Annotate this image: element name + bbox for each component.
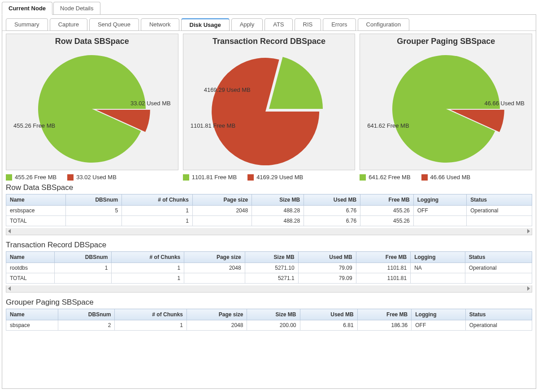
pie-chart-svg	[211, 51, 327, 167]
cell-logging	[411, 273, 465, 284]
col-header[interactable]: DBSnum	[66, 194, 122, 206]
col-header[interactable]: Page size	[187, 309, 247, 320]
content-area[interactable]: Row Data SBSpace455.26 Free MB33.02 Used…	[2, 30, 536, 380]
cell-pagesize	[184, 273, 245, 284]
cell-chunks: 1	[112, 273, 184, 284]
legend-swatch-icon	[6, 174, 12, 181]
outer-tab-current-node[interactable]: Current Node	[2, 2, 52, 15]
col-header[interactable]: Size MB	[245, 252, 298, 263]
cell-freemb: 1101.81	[356, 263, 411, 273]
col-header[interactable]: # of Chunks	[115, 309, 187, 320]
col-header[interactable]: Free MB	[360, 194, 414, 206]
inner-tab-disk-usage[interactable]: Disk Usage	[181, 18, 230, 31]
data-table: NameDBSnum# of ChunksPage sizeSize MBUse…	[6, 251, 532, 284]
col-header[interactable]: DBSnum	[54, 252, 112, 263]
cell-status: Operational	[465, 263, 532, 273]
cell-chunks: 1	[122, 206, 193, 216]
inner-tab-send-queue[interactable]: Send Queue	[89, 18, 139, 31]
inner-tab-network[interactable]: Network	[141, 18, 179, 31]
chart-title: Transaction Record DBSpace	[186, 37, 352, 46]
charts-row: Row Data SBSpace455.26 Free MB33.02 Used…	[6, 34, 532, 170]
col-header[interactable]: Page size	[184, 252, 245, 263]
pie-wrap: 455.26 Free MB33.02 Used MB	[9, 51, 175, 167]
outer-tab-node-details[interactable]: Node Details	[53, 2, 100, 15]
cell-chunks: 1	[115, 320, 187, 331]
cell-sizemb: 488.28	[252, 216, 304, 226]
cell-dbsnum	[66, 216, 122, 226]
col-header[interactable]: Free MB	[357, 309, 412, 320]
pie-used-label: 4169.29 Used MB	[204, 86, 251, 93]
section-title: Grouper Paging SBSpace	[6, 298, 532, 307]
cell-freemb: 455.26	[360, 216, 414, 226]
inner-tab-capture[interactable]: Capture	[50, 18, 87, 31]
inner-tab-ats[interactable]: ATS	[265, 18, 292, 31]
legend-item-free: 641.62 Free MB	[360, 174, 410, 181]
cell-name: ersbspace	[6, 206, 66, 216]
cell-usedmb: 79.09	[298, 273, 356, 284]
pie-free-label: 641.62 Free MB	[367, 122, 409, 129]
inner-tab-summary[interactable]: Summary	[6, 18, 48, 31]
col-header[interactable]: Used MB	[300, 309, 357, 320]
table-row[interactable]: rootdbs1120485271.1079.091101.81NAOperat…	[6, 263, 532, 273]
col-header[interactable]: # of Chunks	[112, 252, 184, 263]
cell-logging: OFF	[413, 206, 467, 216]
col-header[interactable]: Size MB	[247, 309, 300, 320]
col-header[interactable]: Status	[465, 252, 532, 263]
legend-row: 455.26 Free MB33.02 Used MB1101.81 Free …	[6, 174, 532, 181]
col-header[interactable]: Status	[465, 309, 532, 320]
inner-tab-apply[interactable]: Apply	[231, 18, 263, 31]
section-title: Row Data SBSpace	[6, 183, 532, 192]
cell-pagesize: 2048	[187, 320, 247, 331]
table-row[interactable]: ersbspace512048488.286.76455.26OFFOperat…	[6, 206, 532, 216]
legend-text: 455.26 Free MB	[15, 174, 56, 181]
col-header[interactable]: DBSnum	[58, 309, 115, 320]
col-header[interactable]: Name	[6, 194, 66, 206]
cell-dbsnum: 1	[54, 263, 112, 273]
inner-tabs: SummaryCaptureSend QueueNetworkDisk Usag…	[2, 15, 536, 31]
col-header[interactable]: Logging	[412, 309, 466, 320]
legend-item-used: 33.02 Used MB	[67, 174, 117, 181]
legend-text: 1101.81 Free MB	[192, 174, 237, 181]
cell-freemb: 186.36	[357, 320, 412, 331]
legend-item-free: 1101.81 Free MB	[183, 174, 237, 181]
col-header[interactable]: Logging	[413, 194, 467, 206]
table-row[interactable]: sbspace212048200.006.81186.36OFFOperatio…	[6, 320, 532, 331]
inner-tab-errors[interactable]: Errors	[323, 18, 356, 31]
cell-status	[465, 273, 532, 284]
col-header[interactable]: Size MB	[252, 194, 304, 206]
cell-dbsnum: 2	[58, 320, 115, 331]
col-header[interactable]: # of Chunks	[122, 194, 193, 206]
col-header[interactable]: Used MB	[298, 252, 356, 263]
col-header[interactable]: Name	[6, 252, 55, 263]
horizontal-scrollbar[interactable]	[6, 228, 532, 235]
pie-wrap: 641.62 Free MB46.66 Used MB	[363, 51, 529, 167]
cell-dbsnum: 5	[66, 206, 122, 216]
legend-swatch-icon	[360, 174, 366, 181]
horizontal-scrollbar[interactable]	[6, 285, 532, 293]
col-header[interactable]: Name	[6, 309, 58, 320]
cell-logging	[413, 216, 467, 226]
chart-panel-1: Transaction Record DBSpace1101.81 Free M…	[183, 34, 356, 170]
chart-panel-2: Grouper Paging SBSpace641.62 Free MB46.6…	[360, 34, 532, 170]
cell-name: TOTAL	[6, 216, 66, 226]
table-row[interactable]: TOTAL1488.286.76455.26	[6, 216, 532, 226]
legend-item-used: 4169.29 Used MB	[247, 174, 303, 181]
col-header[interactable]: Page size	[192, 194, 252, 206]
pie-free-label: 1101.81 Free MB	[191, 122, 235, 129]
pie-chart-svg	[34, 51, 150, 167]
col-header[interactable]: Used MB	[304, 194, 360, 206]
outer-panel: SummaryCaptureSend QueueNetworkDisk Usag…	[2, 14, 536, 389]
cell-chunks: 1	[112, 263, 184, 273]
cell-status: Operational	[465, 320, 532, 331]
pie-chart-svg	[388, 51, 504, 167]
chart-panel-0: Row Data SBSpace455.26 Free MB33.02 Used…	[6, 34, 178, 170]
col-header[interactable]: Free MB	[356, 252, 411, 263]
inner-tab-configuration[interactable]: Configuration	[358, 18, 409, 31]
table-row[interactable]: TOTAL15271.179.091101.81	[6, 273, 532, 284]
col-header[interactable]: Status	[467, 194, 532, 206]
inner-tab-ris[interactable]: RIS	[295, 18, 321, 31]
cell-pagesize	[192, 216, 252, 226]
cell-sizemb: 488.28	[252, 206, 304, 216]
col-header[interactable]: Logging	[411, 252, 465, 263]
legend-text: 641.62 Free MB	[369, 174, 410, 181]
